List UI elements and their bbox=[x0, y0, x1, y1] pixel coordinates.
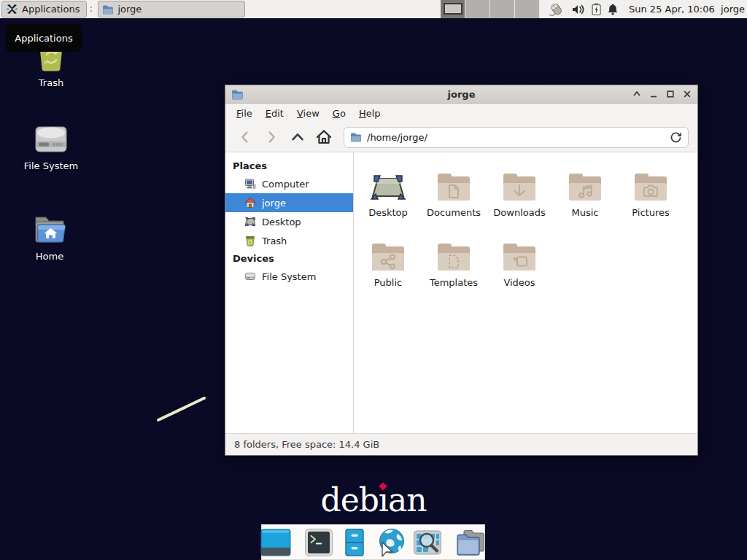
home-folder-icon bbox=[31, 213, 68, 246]
file-item-label: Desktop bbox=[368, 207, 408, 218]
videos-folder-icon bbox=[502, 243, 537, 273]
workspace-3[interactable] bbox=[490, 0, 515, 18]
statusbar: 8 folders, Free space: 14.4 GiB bbox=[225, 433, 697, 455]
show-desktop-button[interactable] bbox=[260, 529, 291, 556]
file-item-public[interactable]: Public bbox=[355, 234, 421, 304]
back-button[interactable] bbox=[234, 126, 256, 148]
maximize-window-icon[interactable] bbox=[666, 90, 675, 98]
workspace-window-thumbnail bbox=[444, 3, 462, 15]
bottom-dock-panel bbox=[261, 524, 485, 560]
documents-folder-icon bbox=[436, 173, 471, 203]
file-item-videos[interactable]: Videos bbox=[487, 234, 552, 304]
terminal-icon bbox=[304, 528, 333, 557]
file-item-label: Templates bbox=[430, 277, 478, 288]
clock-text: Sun 25 Apr, 10:06 bbox=[629, 4, 715, 15]
file-item-label: Public bbox=[374, 277, 402, 288]
file-item-label: Documents bbox=[427, 207, 481, 218]
desktop-icon bbox=[260, 529, 291, 556]
terminal-launcher[interactable] bbox=[304, 528, 333, 557]
user-home-icon bbox=[244, 197, 256, 209]
home-button[interactable] bbox=[313, 126, 335, 148]
window-titlebar[interactable]: jorge bbox=[225, 85, 697, 104]
menu-view[interactable]: View bbox=[290, 105, 326, 122]
desktop-icon-label: File System bbox=[24, 160, 78, 171]
menu-edit[interactable]: Edit bbox=[259, 105, 290, 122]
tasklist-grip-handle[interactable] bbox=[89, 3, 93, 16]
sidebar-item-label: Computer bbox=[262, 179, 309, 190]
sidebar-item-file-system[interactable]: File System bbox=[225, 267, 353, 286]
workspace-1[interactable] bbox=[441, 0, 465, 18]
location-path-text: /home/jorge/ bbox=[367, 132, 427, 143]
directory-menu-icon bbox=[455, 528, 486, 557]
desktop-icon-label: Home bbox=[36, 251, 63, 262]
file-cabinet-icon bbox=[340, 528, 369, 557]
xfce-applications-icon bbox=[6, 3, 18, 15]
debian-logo-text: an bbox=[388, 481, 427, 518]
file-item-desktop[interactable]: Desktop bbox=[355, 164, 421, 234]
desktop-root: Applications jorge bbox=[0, 0, 747, 560]
desktop-icon-file-system[interactable]: File System bbox=[16, 122, 86, 171]
application-finder-launcher[interactable] bbox=[413, 529, 442, 556]
home-icon bbox=[315, 128, 333, 146]
location-bar[interactable]: /home/jorge/ bbox=[344, 127, 689, 148]
workspace-switcher[interactable] bbox=[441, 0, 540, 18]
notifications-bell-icon[interactable] bbox=[607, 3, 619, 15]
file-manager-launcher[interactable] bbox=[340, 528, 369, 557]
folder-icon bbox=[102, 4, 114, 15]
web-browser-icon bbox=[376, 527, 406, 558]
minimize-window-icon[interactable] bbox=[649, 90, 658, 98]
sidebar-item-label: jorge bbox=[262, 198, 286, 209]
drive-mini-icon bbox=[244, 271, 256, 282]
shade-window-icon[interactable] bbox=[632, 90, 641, 98]
workspace-2[interactable] bbox=[465, 0, 490, 18]
menu-go[interactable]: Go bbox=[326, 105, 352, 122]
window-title: jorge bbox=[225, 89, 697, 100]
panel-clock[interactable]: Sun 25 Apr, 10:06 bbox=[629, 0, 715, 18]
file-item-label: Videos bbox=[503, 277, 535, 288]
up-icon bbox=[290, 129, 306, 145]
menu-help[interactable]: Help bbox=[352, 105, 387, 122]
directory-menu-button[interactable] bbox=[455, 528, 486, 557]
audio-volume-icon[interactable] bbox=[572, 4, 586, 15]
forward-button[interactable] bbox=[260, 126, 282, 148]
username-text: jorge bbox=[721, 4, 745, 15]
public-folder-icon bbox=[371, 243, 406, 273]
web-browser-launcher[interactable] bbox=[376, 527, 406, 558]
workspace-4[interactable] bbox=[515, 0, 540, 18]
file-item-documents[interactable]: Documents bbox=[421, 164, 487, 234]
sidebar-item-label: Trash bbox=[262, 236, 287, 246]
application-finder-icon bbox=[413, 529, 442, 556]
pictures-folder-icon bbox=[633, 173, 668, 203]
menu-file[interactable]: File bbox=[230, 105, 259, 122]
menubar: File Edit View Go Help bbox=[225, 104, 697, 122]
computer-icon bbox=[244, 178, 256, 190]
sidebar-item-jorge[interactable]: jorge bbox=[225, 193, 353, 212]
file-item-templates[interactable]: Templates bbox=[421, 234, 487, 304]
up-button[interactable] bbox=[287, 126, 309, 148]
sidebar-header-places: Places bbox=[225, 158, 353, 174]
desktop-icon-label: Trash bbox=[39, 77, 63, 88]
close-window-icon[interactable] bbox=[683, 90, 692, 98]
file-item-pictures[interactable]: Pictures bbox=[618, 164, 684, 234]
applications-tooltip: Applications bbox=[6, 24, 82, 52]
forward-icon bbox=[263, 129, 279, 145]
templates-folder-icon bbox=[436, 243, 471, 273]
panel-username: jorge bbox=[721, 0, 745, 18]
reload-icon[interactable] bbox=[670, 131, 682, 144]
system-tray bbox=[547, 0, 619, 18]
mouse-icon[interactable] bbox=[547, 2, 566, 17]
battery-icon[interactable] bbox=[592, 3, 601, 15]
top-panel: Applications jorge bbox=[0, 0, 747, 18]
sidebar-item-desktop[interactable]: Desktop bbox=[225, 212, 353, 231]
file-item-label: Music bbox=[572, 207, 599, 218]
taskbar-window-button[interactable]: jorge bbox=[98, 1, 245, 18]
desktop-mini-icon bbox=[244, 216, 256, 228]
statusbar-text: 8 folders, Free space: 14.4 GiB bbox=[234, 439, 379, 450]
file-item-downloads[interactable]: Downloads bbox=[487, 164, 552, 234]
desktop-icon-home[interactable]: Home bbox=[15, 213, 85, 262]
sidebar-item-trash[interactable]: Trash bbox=[225, 231, 353, 250]
applications-menu-button[interactable]: Applications bbox=[1, 1, 87, 18]
file-item-music[interactable]: Music bbox=[552, 164, 618, 234]
sidebar-item-computer[interactable]: Computer bbox=[225, 174, 353, 193]
hard-drive-icon bbox=[33, 122, 69, 156]
